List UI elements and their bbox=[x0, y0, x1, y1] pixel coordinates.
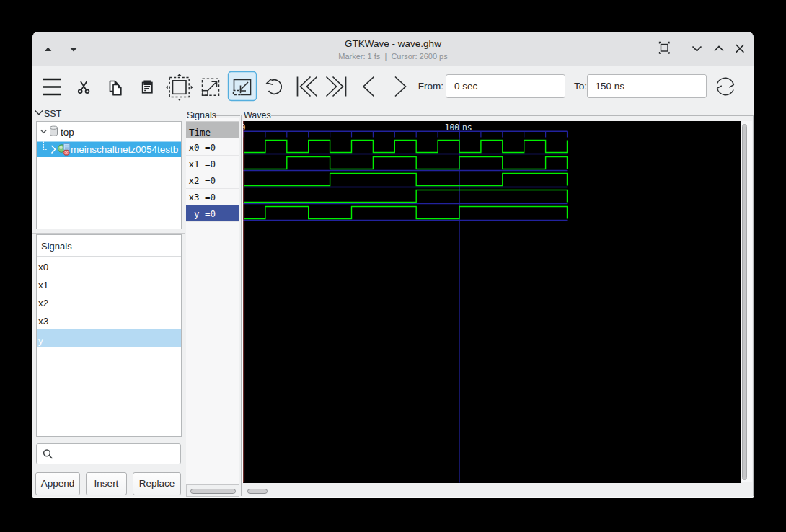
svg-text:0: 0 bbox=[243, 123, 246, 133]
svg-text:ns: ns bbox=[462, 123, 472, 133]
svg-text:top: top bbox=[61, 126, 74, 137]
svg-text:SST: SST bbox=[44, 109, 62, 119]
svg-text:meinschaltnetz0054testb: meinschaltnetz0054testb bbox=[71, 144, 178, 155]
svg-text:100: 100 bbox=[445, 123, 460, 133]
